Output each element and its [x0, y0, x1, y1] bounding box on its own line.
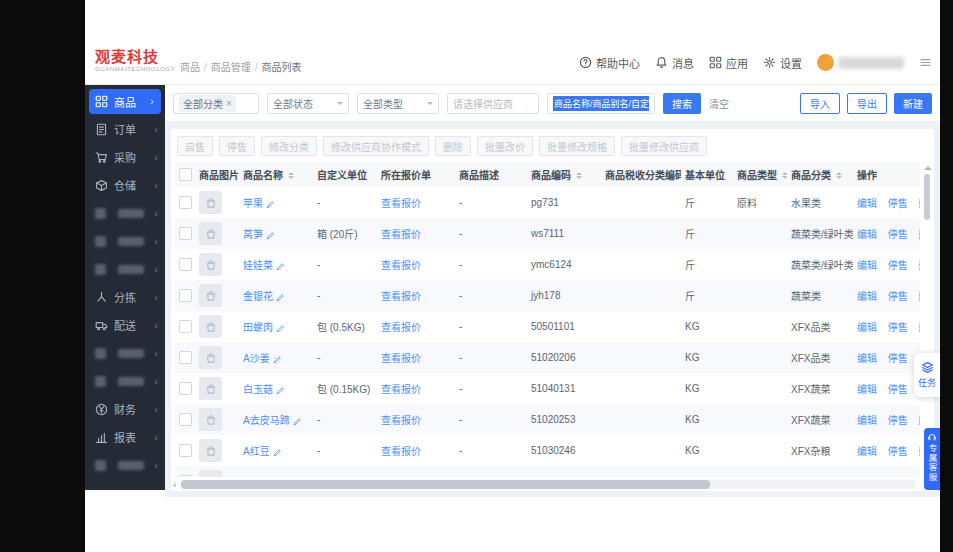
create-button[interactable]: 新建	[894, 93, 932, 114]
edit-link[interactable]: 编辑	[857, 291, 877, 302]
row-checkbox[interactable]	[179, 320, 192, 333]
view-quote-link[interactable]: 查看报价	[381, 384, 421, 395]
sidebar-item-blurred[interactable]: ›	[85, 339, 165, 367]
column-header[interactable]: 商品图片	[195, 162, 239, 187]
product-name-link[interactable]: 娃娃菜	[243, 260, 273, 271]
table-scroll-area[interactable]: 商品图片 商品名称 自定义单位 所在报价单 商品描述 商品编码 商品税收分类编码…	[175, 162, 920, 477]
column-header[interactable]: 基本单位	[681, 162, 733, 187]
product-name-link[interactable]: 白玉菇	[243, 384, 273, 395]
edit-link[interactable]: 编辑	[857, 260, 877, 271]
export-button[interactable]: 导出	[847, 93, 887, 114]
sort-icon[interactable]	[288, 169, 294, 182]
bulk-action-0[interactable]: 启售	[177, 136, 213, 156]
column-header[interactable]: 商品分类	[787, 162, 853, 187]
sidebar-item-blurred[interactable]: ›	[85, 255, 165, 283]
edit-pencil-icon[interactable]	[276, 262, 285, 271]
sort-icon[interactable]	[576, 169, 582, 182]
horizontal-scroll-thumb[interactable]	[181, 480, 710, 489]
edit-pencil-icon[interactable]	[266, 231, 275, 240]
task-float-button[interactable]: 任务	[914, 353, 940, 397]
account-menu[interactable]	[817, 54, 904, 71]
sidebar-item-doc[interactable]: 订单 ›	[85, 115, 165, 143]
settings-menu[interactable]: 设置	[763, 55, 802, 71]
row-checkbox[interactable]	[179, 289, 192, 302]
bulk-action-1[interactable]: 停售	[219, 136, 255, 156]
product-name-link[interactable]: A去皮马蹄	[243, 415, 290, 426]
apps-menu[interactable]: 应用	[709, 55, 748, 71]
bulk-action-7[interactable]: 批量修改供应商	[621, 136, 707, 156]
row-checkbox[interactable]	[179, 351, 192, 364]
sidebar-item-chart[interactable]: 报表 ›	[85, 423, 165, 451]
product-name-link[interactable]: 金银花	[243, 291, 273, 302]
row-checkbox[interactable]	[179, 382, 192, 395]
stop-sale-link[interactable]: 停售	[888, 353, 908, 364]
sidebar-item-grid[interactable]: 商品 ›	[89, 89, 161, 114]
column-header[interactable]: 商品编码	[527, 162, 601, 187]
view-quote-link[interactable]: 查看报价	[381, 229, 421, 240]
view-quote-link[interactable]: 查看报价	[381, 415, 421, 426]
edit-link[interactable]: 编辑	[857, 446, 877, 457]
column-header[interactable]: 操作	[853, 162, 920, 187]
bulk-action-5[interactable]: 批量改价	[477, 136, 533, 156]
messages-menu[interactable]: 消息	[655, 55, 694, 71]
search-button[interactable]: 搜索	[663, 93, 701, 114]
edit-link[interactable]: 编辑	[857, 353, 877, 364]
row-checkbox[interactable]	[179, 258, 192, 271]
delete-link[interactable]: 删除	[919, 291, 920, 302]
collapse-menu-icon[interactable]	[919, 56, 932, 69]
edit-link[interactable]: 编辑	[857, 229, 877, 240]
sidebar-item-blurred[interactable]: ›	[85, 367, 165, 395]
sidebar-item-blurred[interactable]: ›	[85, 199, 165, 227]
delete-link[interactable]: 删除	[919, 322, 920, 333]
search-input[interactable]: 商品名称/商品别名/自定义编码	[547, 93, 655, 114]
row-checkbox[interactable]	[179, 227, 192, 240]
stop-sale-link[interactable]: 停售	[888, 384, 908, 395]
sidebar-item-blurred[interactable]: ›	[85, 227, 165, 255]
delete-link[interactable]: 删除	[919, 198, 920, 209]
product-name-link[interactable]: 苹果	[243, 198, 263, 209]
sidebar-item-split[interactable]: 分拣 ›	[85, 283, 165, 311]
type-select[interactable]: 全部类型	[357, 93, 439, 114]
edit-pencil-icon[interactable]	[276, 293, 285, 302]
remove-tag-icon[interactable]: ×	[226, 98, 232, 109]
edit-pencil-icon[interactable]	[293, 417, 302, 426]
product-name-link[interactable]: A红豆	[243, 446, 270, 457]
column-header[interactable]: 商品税收分类编码	[601, 162, 681, 187]
delete-link[interactable]: 删除	[919, 260, 920, 271]
help-center-menu[interactable]: 帮助中心	[579, 55, 640, 71]
sidebar-item-yen[interactable]: 财务 ›	[85, 395, 165, 423]
sidebar-item-blurred[interactable]: ›	[85, 451, 165, 479]
bulk-action-2[interactable]: 修改分类	[261, 136, 317, 156]
stop-sale-link[interactable]: 停售	[888, 260, 908, 271]
import-button[interactable]: 导入	[800, 93, 840, 114]
bulk-action-3[interactable]: 修改供应商协作模式	[323, 136, 429, 156]
stop-sale-link[interactable]: 停售	[888, 229, 908, 240]
edit-link[interactable]: 编辑	[857, 198, 877, 209]
row-checkbox[interactable]	[179, 413, 192, 426]
row-checkbox[interactable]	[179, 196, 192, 209]
column-header[interactable]: 自定义单位	[313, 162, 377, 187]
column-header[interactable]: 所在报价单	[377, 162, 455, 187]
edit-pencil-icon[interactable]	[276, 386, 285, 395]
sidebar-item-box[interactable]: 仓储 ›	[85, 171, 165, 199]
view-quote-link[interactable]: 查看报价	[381, 446, 421, 457]
product-name-link[interactable]: A沙姜	[243, 353, 270, 364]
bulk-action-6[interactable]: 批量修改规格	[539, 136, 615, 156]
view-quote-link[interactable]: 查看报价	[381, 322, 421, 333]
status-select[interactable]: 全部状态	[267, 93, 349, 114]
edit-pencil-icon[interactable]	[273, 448, 282, 457]
edit-pencil-icon[interactable]	[266, 200, 275, 209]
row-checkbox[interactable]	[179, 475, 192, 477]
stop-sale-link[interactable]: 停售	[888, 291, 908, 302]
select-all-checkbox[interactable]	[179, 168, 192, 181]
stop-sale-link[interactable]: 停售	[888, 415, 908, 426]
delete-link[interactable]: 删除	[919, 229, 920, 240]
column-header[interactable]: 商品类型	[733, 162, 787, 187]
column-header[interactable]: 商品描述	[455, 162, 527, 187]
product-name-link[interactable]: 田螺肉	[243, 322, 273, 333]
view-quote-link[interactable]: 查看报价	[381, 353, 421, 364]
view-quote-link[interactable]: 查看报价	[381, 198, 421, 209]
view-quote-link[interactable]: 查看报价	[381, 291, 421, 302]
delete-link[interactable]: 删除	[919, 415, 920, 426]
column-header[interactable]	[175, 162, 195, 187]
